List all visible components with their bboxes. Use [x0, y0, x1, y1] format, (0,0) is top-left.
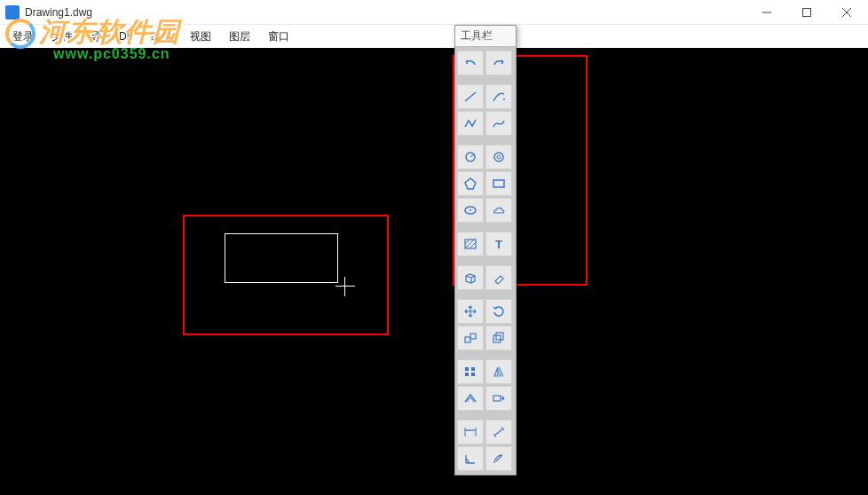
menu-layer[interactable]: 图层: [222, 28, 257, 46]
menu-edit[interactable]: 编辑: [144, 28, 179, 46]
svg-rect-25: [465, 373, 469, 376]
toolbar-window[interactable]: 工具栏: [454, 25, 517, 475]
text-button[interactable]: T: [485, 232, 512, 256]
move-icon: [462, 304, 478, 318]
line-button[interactable]: [457, 84, 484, 109]
eraser-button[interactable]: [485, 265, 512, 290]
scale-button[interactable]: [457, 326, 484, 350]
dim-angular-icon: [462, 452, 478, 466]
rotate-icon: [491, 304, 507, 318]
toolbar-title[interactable]: 工具栏: [455, 26, 516, 47]
menu-login[interactable]: 登录: [5, 28, 41, 46]
rotate-button[interactable]: [485, 299, 512, 324]
dim-aligned-button[interactable]: [485, 420, 512, 444]
drawing-canvas[interactable]: [0, 48, 868, 495]
dim-radius-button[interactable]: [485, 446, 512, 471]
cloud-icon: [491, 203, 507, 217]
dim-angular-button[interactable]: [457, 446, 484, 471]
svg-text:T: T: [495, 238, 502, 251]
window-controls: [746, 0, 866, 25]
svg-rect-19: [465, 337, 470, 342]
svg-rect-1: [802, 8, 810, 16]
svg-point-9: [497, 155, 501, 159]
undo-button[interactable]: [457, 51, 484, 75]
svg-rect-23: [465, 367, 469, 371]
mirror-button[interactable]: [485, 359, 512, 384]
svg-point-13: [470, 209, 471, 211]
mirror-icon: [491, 365, 507, 379]
svg-point-5: [503, 98, 505, 100]
dim-aligned-icon: [491, 425, 507, 439]
undo-icon: [462, 56, 478, 70]
svg-marker-10: [465, 178, 476, 189]
offset-icon: [462, 391, 478, 405]
menu-window[interactable]: 窗口: [261, 28, 296, 46]
menu-exportpdf[interactable]: 导出PDF: [83, 28, 140, 46]
rectangle-icon: [491, 177, 507, 191]
drawn-rectangle: [225, 233, 338, 283]
svg-rect-21: [493, 335, 501, 342]
minimize-icon: [762, 8, 771, 17]
dim-radius-icon: [491, 452, 507, 466]
polygon-button[interactable]: [457, 171, 484, 196]
ellipse-button[interactable]: [457, 198, 484, 223]
hatch-button[interactable]: [457, 232, 484, 256]
array-button[interactable]: [457, 359, 484, 384]
menu-bar: 登录 文件 导出PDF 编辑 视图 图层 窗口: [0, 25, 868, 48]
hatch-icon: [462, 237, 478, 251]
close-button[interactable]: [826, 0, 866, 25]
box3d-icon: [462, 271, 478, 285]
menu-file[interactable]: 文件: [44, 28, 80, 46]
svg-rect-26: [471, 373, 475, 376]
arc-button[interactable]: [485, 84, 512, 109]
spline-icon: [491, 116, 507, 130]
ellipse-icon: [462, 203, 478, 217]
window-title: Drawing1.dwg: [25, 6, 746, 19]
offset-button[interactable]: [457, 386, 484, 411]
svg-line-4: [465, 92, 476, 101]
text-icon: T: [491, 237, 507, 251]
copy-icon: [491, 331, 507, 345]
app-icon: [5, 5, 20, 20]
line-icon: [462, 90, 478, 104]
svg-line-16: [465, 240, 474, 248]
box3d-button[interactable]: [457, 265, 484, 290]
eraser-icon: [491, 271, 507, 285]
svg-rect-22: [496, 333, 503, 340]
crosshair-cursor: [335, 277, 355, 296]
donut-button[interactable]: [485, 145, 512, 169]
svg-line-15: [465, 240, 470, 244]
dim-linear-button[interactable]: [457, 420, 484, 444]
circle-button[interactable]: [457, 145, 484, 169]
dim-linear-icon: [462, 425, 478, 439]
cloud-button[interactable]: [485, 198, 512, 223]
arc-icon: [491, 90, 507, 104]
redo-button[interactable]: [485, 51, 512, 75]
spline-button[interactable]: [485, 111, 512, 136]
array-icon: [462, 365, 478, 379]
redo-icon: [491, 56, 507, 70]
rectangle-button[interactable]: [485, 171, 512, 196]
toolbar-grid: T: [455, 47, 516, 475]
svg-line-31: [494, 428, 503, 436]
svg-rect-11: [493, 180, 504, 187]
svg-rect-20: [470, 334, 476, 339]
stretch-icon: [491, 391, 507, 405]
svg-line-7: [470, 154, 474, 157]
polyline-button[interactable]: [457, 111, 484, 136]
svg-point-8: [494, 153, 503, 161]
donut-icon: [491, 150, 507, 164]
maximize-icon: [802, 8, 811, 17]
copy-button[interactable]: [485, 326, 512, 350]
minimize-button[interactable]: [746, 0, 786, 25]
polygon-icon: [462, 177, 478, 191]
circle-icon: [462, 150, 478, 164]
polyline-icon: [462, 116, 478, 130]
svg-rect-24: [471, 367, 475, 371]
maximize-button[interactable]: [786, 0, 826, 25]
menu-view[interactable]: 视图: [183, 28, 218, 46]
close-icon: [842, 8, 851, 17]
title-bar: Drawing1.dwg: [0, 0, 868, 25]
move-button[interactable]: [457, 299, 484, 324]
stretch-button[interactable]: [485, 386, 512, 411]
